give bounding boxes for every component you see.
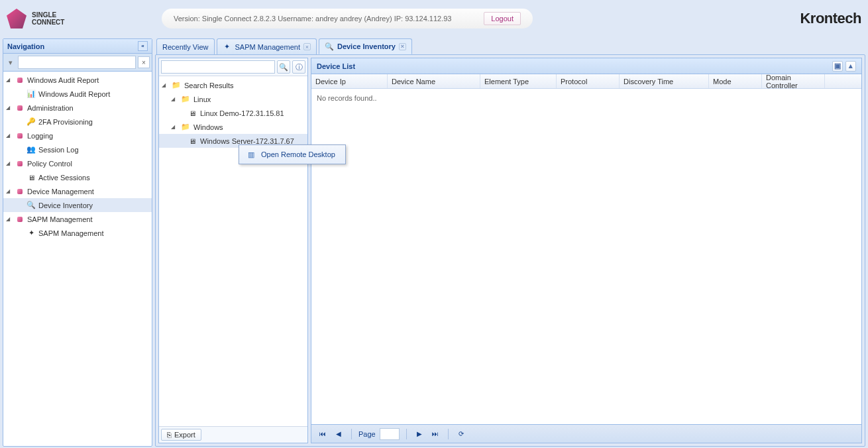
context-menu: ▥ Open Remote Desktop	[239, 144, 346, 164]
session-info: Version: Single Connect 2.8.2.3 Username…	[174, 15, 451, 23]
last-page-button[interactable]: ⏭	[429, 428, 441, 440]
group-icon	[15, 103, 25, 113]
prev-page-button[interactable]: ◀	[333, 428, 345, 440]
column-header[interactable]: Element Type	[480, 74, 557, 88]
open-remote-desktop-label: Open Remote Desktop	[261, 150, 335, 158]
grid-title: Device List	[317, 62, 355, 70]
logo-line2: CONNECT	[32, 19, 64, 26]
tree-group[interactable]: ◢Windows	[159, 120, 307, 134]
logo-area: SINGLE CONNECT	[7, 9, 152, 28]
brand-label: Krontech	[800, 10, 861, 27]
tab[interactable]: Recently View	[156, 38, 215, 54]
column-header[interactable]: Device Name	[388, 74, 480, 88]
nav-group-label: SAPM Management	[27, 215, 92, 223]
logout-button[interactable]: Logout	[484, 12, 521, 25]
device-icon: 🖥	[187, 109, 197, 118]
nav-item[interactable]: 📊Windows Audit Report	[3, 87, 152, 101]
tab-strip: Recently View✦SAPM Management×🔍Device In…	[155, 38, 865, 54]
export-label: Export	[174, 431, 195, 439]
grid-maximize-button[interactable]: ▣	[832, 61, 843, 72]
column-header[interactable]: Protocol	[557, 74, 620, 88]
navigation-title: Navigation	[7, 42, 44, 50]
tab[interactable]: 🔍Device Inventory×	[319, 38, 412, 54]
grid-empty-text: No records found..	[317, 94, 377, 102]
grid-collapse-button[interactable]: ▴	[845, 61, 856, 72]
tree-search-button[interactable]: 🔍	[277, 60, 290, 74]
nav-item[interactable]: 👥Session Log	[3, 142, 152, 156]
expand-icon: ◢	[171, 96, 178, 102]
tree-search-input[interactable]	[161, 60, 275, 74]
grid-body: No records found..	[311, 89, 861, 424]
content-panel: 🔍 ⓘ ◢Search Results◢Linux🖥Linux Demo-172…	[155, 54, 865, 447]
nav-group-label: Administration	[27, 104, 74, 112]
tab-close-button[interactable]: ×	[399, 43, 406, 50]
tree-group-label: Linux	[193, 95, 211, 103]
tab-icon: 🔍	[325, 42, 334, 51]
nav-group[interactable]: ◢Device Management	[3, 184, 152, 198]
group-icon	[15, 76, 25, 85]
column-header[interactable]: Mode	[709, 74, 762, 88]
tree-info-button[interactable]: ⓘ	[292, 60, 305, 74]
page-input[interactable]	[380, 428, 400, 440]
device-grid-panel: Device List ▣ ▴ Device IpDevice NameElem…	[311, 58, 862, 443]
nav-item-icon: 👥	[26, 145, 36, 154]
logo-line1: SINGLE	[32, 11, 64, 19]
nav-item-icon: 🔍	[26, 201, 36, 210]
filter-input[interactable]	[18, 56, 136, 69]
nav-group[interactable]: ◢Administration	[3, 101, 152, 115]
nav-group[interactable]: ◢SAPM Management	[3, 212, 152, 226]
expand-icon: ◢	[6, 133, 13, 139]
navigation-tree: ◢Windows Audit Report📊Windows Audit Repo…	[3, 72, 152, 446]
column-header[interactable]: Discovery Time	[620, 74, 709, 88]
nav-item[interactable]: 🖥Active Sessions	[3, 170, 152, 184]
device-icon: 🖥	[187, 137, 197, 146]
logo-text: SINGLE CONNECT	[32, 11, 64, 26]
tab[interactable]: ✦SAPM Management×	[217, 38, 317, 54]
right-area: Recently View✦SAPM Management×🔍Device In…	[155, 38, 865, 447]
nav-item-label: Windows Audit Report	[38, 90, 110, 98]
open-remote-desktop-item[interactable]: ▥ Open Remote Desktop	[241, 146, 344, 162]
expand-icon: ◢	[171, 124, 178, 130]
expand-icon: ◢	[6, 77, 13, 83]
nav-item-label: 2FA Provisioning	[38, 118, 93, 126]
nav-item[interactable]: 🔑2FA Provisioning	[3, 115, 152, 129]
paging-toolbar: ⏮ ◀ Page ▶ ⏭ ⟳	[311, 424, 861, 443]
column-header[interactable]: Device Ip	[311, 74, 388, 88]
nav-group-label: Device Management	[27, 188, 94, 196]
group-icon	[15, 131, 25, 140]
device-tree: ◢Search Results◢Linux🖥Linux Demo-172.31.…	[159, 76, 307, 426]
tree-device-label: Linux Demo-172.31.15.81	[200, 109, 284, 117]
group-icon	[15, 159, 25, 168]
nav-item[interactable]: 🔍Device Inventory	[3, 198, 152, 212]
tree-root[interactable]: ◢Search Results	[159, 78, 307, 92]
folder-icon	[180, 95, 191, 104]
tree-device-label: Windows Server-172.31.7.67	[200, 137, 294, 145]
column-header[interactable]: Domain Controller	[762, 74, 825, 88]
nav-group[interactable]: ◢Logging	[3, 129, 152, 142]
nav-item-icon: ✦	[26, 229, 36, 238]
search-icon: 🔍	[279, 63, 288, 72]
nav-item[interactable]: ✦SAPM Management	[3, 226, 152, 240]
nav-item-label: Session Log	[38, 146, 79, 154]
tab-close-button[interactable]: ×	[303, 43, 311, 50]
grid-header: Device IpDevice NameElement TypeProtocol…	[311, 74, 861, 89]
tree-device[interactable]: 🖥Linux Demo-172.31.15.81	[159, 106, 307, 120]
folder-icon	[180, 123, 191, 132]
tree-root-label: Search Results	[184, 82, 234, 89]
tree-group[interactable]: ◢Linux	[159, 92, 307, 106]
first-page-button[interactable]: ⏮	[317, 428, 329, 440]
expand-icon: ◢	[6, 216, 13, 222]
expand-icon: ◢	[6, 105, 13, 111]
info-bar: Version: Single Connect 2.8.2.3 Username…	[162, 9, 533, 28]
grid-title-bar: Device List ▣ ▴	[311, 58, 861, 74]
nav-item-icon: 🖥	[26, 173, 36, 182]
nav-group[interactable]: ◢Policy Control	[3, 156, 152, 170]
next-page-button[interactable]: ▶	[413, 428, 425, 440]
nav-group[interactable]: ◢Windows Audit Report	[3, 73, 152, 87]
collapse-button[interactable]: «	[138, 41, 148, 51]
refresh-button[interactable]: ⟳	[455, 428, 467, 440]
clear-filter-button[interactable]: ×	[138, 56, 150, 68]
expand-icon: ◢	[162, 82, 168, 88]
folder-icon	[171, 81, 182, 90]
export-button[interactable]: ⎘ Export	[161, 429, 201, 441]
